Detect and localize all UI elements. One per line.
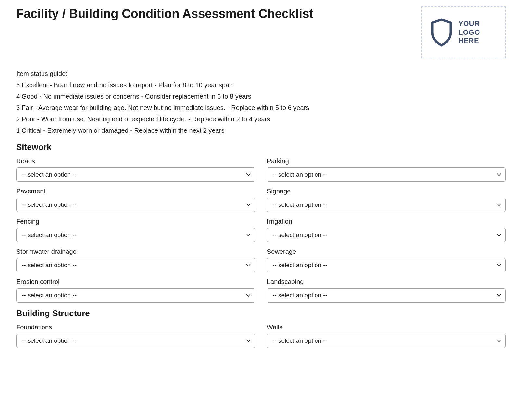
page-title: Facility / Building Condition Assessment… xyxy=(16,6,313,21)
select-signage[interactable]: -- select an option -- xyxy=(267,198,506,212)
label-walls: Walls xyxy=(267,324,506,331)
field-foundations: Foundations -- select an option -- xyxy=(16,324,255,348)
header: Facility / Building Condition Assessment… xyxy=(16,6,506,58)
select-wrapper: -- select an option -- xyxy=(16,334,255,348)
field-walls: Walls -- select an option -- xyxy=(267,324,506,348)
label-pavement: Pavement xyxy=(16,188,255,195)
select-wrapper: -- select an option -- xyxy=(16,258,255,272)
label-landscaping: Landscaping xyxy=(267,278,506,286)
status-guide-heading: Item status guide: xyxy=(16,68,506,80)
sitework-grid: Roads -- select an option -- Parking -- … xyxy=(16,157,506,303)
field-pavement: Pavement -- select an option -- xyxy=(16,188,255,212)
status-guide-item: 2 Poor - Worn from use. Nearing end of e… xyxy=(16,114,506,125)
label-stormwater-drainage: Stormwater drainage xyxy=(16,248,255,255)
select-foundations[interactable]: -- select an option -- xyxy=(16,334,255,348)
select-wrapper: -- select an option -- xyxy=(16,288,255,303)
section-title-building-structure: Building Structure xyxy=(16,308,506,318)
field-signage: Signage -- select an option -- xyxy=(267,188,506,212)
label-roads: Roads xyxy=(16,157,255,165)
status-guide-item: 4 Good - No immediate issues or concerns… xyxy=(16,91,506,102)
select-pavement[interactable]: -- select an option -- xyxy=(16,198,255,212)
select-roads[interactable]: -- select an option -- xyxy=(16,167,255,182)
field-landscaping: Landscaping -- select an option -- xyxy=(267,278,506,303)
field-parking: Parking -- select an option -- xyxy=(267,157,506,182)
select-landscaping[interactable]: -- select an option -- xyxy=(267,288,506,303)
label-fencing: Fencing xyxy=(16,218,255,225)
label-sewerage: Sewerage xyxy=(267,248,506,255)
label-irrigation: Irrigation xyxy=(267,218,506,225)
select-parking[interactable]: -- select an option -- xyxy=(267,167,506,182)
select-wrapper: -- select an option -- xyxy=(267,228,506,242)
label-parking: Parking xyxy=(267,157,506,165)
building-structure-grid: Foundations -- select an option -- Walls… xyxy=(16,324,506,348)
select-erosion-control[interactable]: -- select an option -- xyxy=(16,288,255,303)
status-guide-item: 1 Critical - Extremely worn or damaged -… xyxy=(16,125,506,136)
select-stormwater-drainage[interactable]: -- select an option -- xyxy=(16,258,255,272)
select-wrapper: -- select an option -- xyxy=(16,228,255,242)
select-wrapper: -- select an option -- xyxy=(16,167,255,182)
field-sewerage: Sewerage -- select an option -- xyxy=(267,248,506,272)
select-fencing[interactable]: -- select an option -- xyxy=(16,228,255,242)
select-wrapper: -- select an option -- xyxy=(267,198,506,212)
field-roads: Roads -- select an option -- xyxy=(16,157,255,182)
select-wrapper: -- select an option -- xyxy=(267,334,506,348)
logo-placeholder-text: YOUR LOGO HERE xyxy=(458,19,480,45)
select-walls[interactable]: -- select an option -- xyxy=(267,334,506,348)
status-guide-item: 3 Fair - Average wear for building age. … xyxy=(16,102,506,114)
field-erosion-control: Erosion control -- select an option -- xyxy=(16,278,255,303)
logo-placeholder: YOUR LOGO HERE xyxy=(421,6,506,58)
select-wrapper: -- select an option -- xyxy=(267,258,506,272)
field-irrigation: Irrigation -- select an option -- xyxy=(267,218,506,242)
label-foundations: Foundations xyxy=(16,324,255,331)
select-wrapper: -- select an option -- xyxy=(16,198,255,212)
section-title-sitework: Sitework xyxy=(16,142,506,152)
field-fencing: Fencing -- select an option -- xyxy=(16,218,255,242)
select-wrapper: -- select an option -- xyxy=(267,167,506,182)
shield-icon xyxy=(430,18,453,47)
select-wrapper: -- select an option -- xyxy=(267,288,506,303)
label-erosion-control: Erosion control xyxy=(16,278,255,286)
status-guide: Item status guide: 5 Excellent - Brand n… xyxy=(16,68,506,136)
select-sewerage[interactable]: -- select an option -- xyxy=(267,258,506,272)
field-stormwater-drainage: Stormwater drainage -- select an option … xyxy=(16,248,255,272)
status-guide-item: 5 Excellent - Brand new and no issues to… xyxy=(16,80,506,91)
select-irrigation[interactable]: -- select an option -- xyxy=(267,228,506,242)
label-signage: Signage xyxy=(267,188,506,195)
